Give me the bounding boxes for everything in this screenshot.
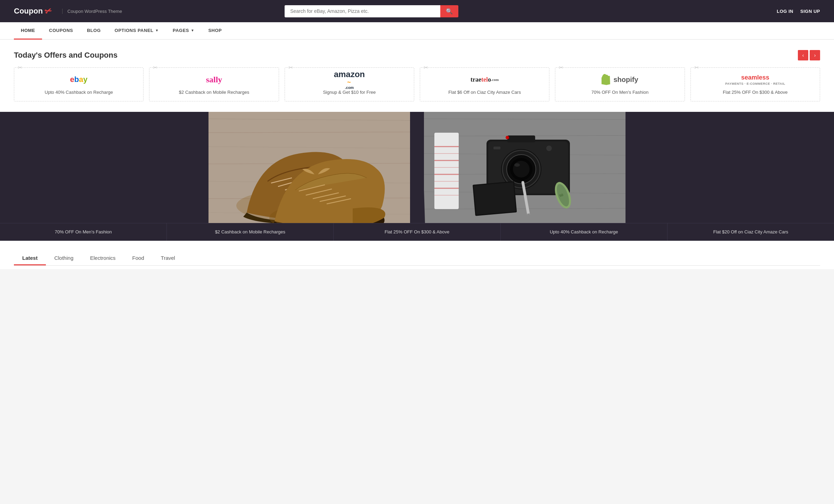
scissor-icon: ✂: [424, 64, 428, 71]
svg-point-45: [546, 146, 552, 151]
nav-item-shop[interactable]: SHOP: [201, 22, 229, 40]
traetelo-logo: traetelo.com: [471, 73, 499, 86]
svg-rect-27: [434, 133, 459, 209]
main-content: Today's Offers and Coupons ‹ › ✂ ebay Up…: [0, 40, 834, 112]
logo-scissors-icon: ✂: [43, 5, 53, 17]
svg-point-47: [506, 136, 509, 139]
auth-links: LOG IN SIGN UP: [777, 9, 820, 14]
hero-banner: 50: [0, 112, 834, 223]
svg-point-44: [514, 163, 520, 167]
ebay-logo: ebay: [70, 73, 88, 86]
section-title: Today's Offers and Coupons: [14, 51, 117, 60]
offer-item-4[interactable]: Upto 40% Cashback on Recharge: [501, 223, 668, 241]
svg-rect-38: [507, 135, 535, 142]
offer-item-1[interactable]: 70% OFF On Men's Fashion: [0, 223, 167, 241]
sally-logo: sally: [206, 73, 222, 86]
seamless-logo: seamless PAYMENTS · E-COMMERCE · RETAIL: [725, 73, 785, 86]
coupon-card-shopify[interactable]: ✂ shopify 70% OFF On Men's Fashion: [555, 67, 685, 101]
tab-latest[interactable]: Latest: [14, 251, 46, 265]
coupon-desc: Flat 25% OFF On $300 & Above: [723, 89, 787, 96]
coupon-card-ebay[interactable]: ✂ ebay Upto 40% Cashback on Recharge: [14, 67, 144, 101]
nav-item-pages[interactable]: PAGES ▼: [166, 22, 201, 40]
signup-link[interactable]: SIGN UP: [800, 9, 820, 14]
shopify-logo: shopify: [602, 73, 638, 86]
main-nav: HOME COUPONS BLOG OPTIONS PANEL ▼ PAGES …: [0, 22, 834, 40]
logo[interactable]: Coupon✂: [14, 6, 52, 16]
coupon-card-traetelo[interactable]: ✂ traetelo.com Flat $6 Off on Ciaz City …: [420, 67, 549, 101]
coupon-card-amazon[interactable]: ✂ amazon ~ .com Signup & Get $10 for Fre…: [285, 67, 414, 101]
scissor-icon: ✂: [153, 64, 157, 71]
scissor-icon: ✂: [288, 64, 293, 71]
coupon-desc: Upto 40% Cashback on Recharge: [44, 89, 113, 96]
amazon-logo: amazon ~ .com: [334, 73, 365, 86]
coupon-desc: Signup & Get $10 for Free: [323, 89, 376, 96]
nav-item-coupons[interactable]: COUPONS: [42, 22, 80, 40]
nav-item-options[interactable]: OPTIONS PANEL ▼: [108, 22, 166, 40]
coupon-card-sally[interactable]: ✂ sally $2 Cashback on Mobile Recharges: [149, 67, 279, 101]
login-link[interactable]: LOG IN: [777, 9, 793, 14]
next-arrow-button[interactable]: ›: [810, 50, 820, 60]
svg-point-43: [513, 161, 530, 177]
nav-item-blog[interactable]: BLOG: [80, 22, 108, 40]
logo-tagline: Coupon WordPress Theme: [62, 9, 122, 14]
tab-electronics[interactable]: Electronics: [82, 251, 124, 265]
tab-travel[interactable]: Travel: [153, 251, 183, 265]
scissor-icon: ✂: [694, 64, 699, 71]
tab-clothing[interactable]: Clothing: [46, 251, 82, 265]
tabs-row: Latest Clothing Electronics Food Travel: [14, 251, 820, 266]
pages-dropdown-icon: ▼: [191, 28, 194, 32]
offers-section-header: Today's Offers and Coupons ‹ ›: [14, 50, 820, 60]
coupon-card-seamless[interactable]: ✂ seamless PAYMENTS · E-COMMERCE · RETAI…: [690, 67, 820, 101]
search-bar: 🔍: [285, 5, 458, 17]
header: Coupon✂ Coupon WordPress Theme 🔍 LOG IN …: [0, 0, 834, 22]
coupon-desc: Flat $6 Off on Ciaz City Amaze Cars: [448, 89, 521, 96]
search-button[interactable]: 🔍: [440, 5, 458, 17]
offer-item-3[interactable]: Flat 25% OFF On $300 & Above: [334, 223, 500, 241]
coupons-row: ✂ ebay Upto 40% Cashback on Recharge ✂ s…: [14, 67, 820, 101]
offers-bar: 70% OFF On Men's Fashion $2 Cashback on …: [0, 223, 834, 241]
logo-text: Coupon: [14, 7, 43, 16]
coupon-desc: 70% OFF On Men's Fashion: [591, 89, 648, 96]
search-input[interactable]: [285, 5, 440, 17]
coupon-nav-arrows: ‹ ›: [798, 50, 820, 60]
scissor-icon: ✂: [559, 64, 563, 71]
offer-item-2[interactable]: $2 Cashback on Mobile Recharges: [167, 223, 334, 241]
svg-line-55: [420, 112, 424, 223]
svg-rect-49: [474, 182, 516, 215]
nav-item-home[interactable]: HOME: [14, 22, 42, 40]
offer-item-5[interactable]: Flat $20 Off on Ciaz City Amaze Cars: [668, 223, 834, 241]
hero-image: 50: [0, 112, 834, 223]
svg-rect-46: [493, 147, 500, 149]
scissor-icon: ✂: [18, 64, 22, 71]
coupon-desc: $2 Cashback on Mobile Recharges: [179, 89, 249, 96]
options-dropdown-icon: ▼: [155, 28, 159, 32]
prev-arrow-button[interactable]: ‹: [798, 50, 808, 60]
tab-food[interactable]: Food: [124, 251, 153, 265]
tabs-section: Latest Clothing Electronics Food Travel: [0, 241, 834, 269]
